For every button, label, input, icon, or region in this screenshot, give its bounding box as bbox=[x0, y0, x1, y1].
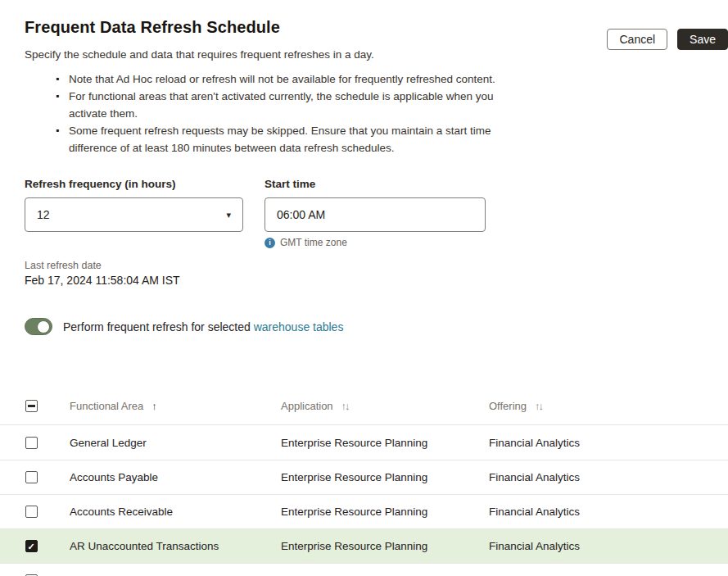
application-cell: Enterprise Resource Planning bbox=[265, 437, 473, 449]
column-label: Offering bbox=[489, 400, 527, 412]
table-body: General Ledger Enterprise Resource Plann… bbox=[0, 425, 728, 576]
table-row[interactable]: General Ledger Enterprise Resource Plann… bbox=[0, 425, 728, 460]
start-time-field: Start time i GMT time zone bbox=[265, 178, 486, 248]
column-header-functional-area[interactable]: Functional Area ↑ bbox=[53, 400, 265, 412]
table-row[interactable]: Accounts Receivable Enterprise Resource … bbox=[0, 494, 728, 528]
sort-both-icon[interactable]: ↑↓ bbox=[535, 400, 542, 412]
frequent-data-refresh-page: Cancel Save Frequent Data Refresh Schedu… bbox=[0, 18, 728, 576]
save-button[interactable]: Save bbox=[677, 29, 728, 50]
warehouse-tables-link[interactable]: warehouse tables bbox=[254, 320, 344, 333]
schedule-form: Refresh frequency (in hours) 12 ▾ Start … bbox=[25, 178, 728, 248]
header-actions: Cancel Save bbox=[607, 29, 728, 50]
application-cell: Enterprise Resource Planning bbox=[265, 540, 473, 552]
start-time-label: Start time bbox=[265, 178, 486, 190]
table-row[interactable]: Accounts Payable Enterprise Resource Pla… bbox=[0, 460, 728, 494]
refresh-frequency-select[interactable]: 12 ▾ bbox=[25, 197, 243, 232]
offering-cell: Financial Analytics bbox=[473, 437, 728, 449]
offering-cell: Financial Analytics bbox=[473, 540, 728, 552]
application-cell: Enterprise Resource Planning bbox=[265, 506, 473, 518]
table-row[interactable]: Sales Pipeline Customer Experience Custo… bbox=[0, 563, 728, 576]
frequent-refresh-toggle-row: Perform frequent refresh for selected wa… bbox=[25, 318, 728, 335]
offering-cell: Financial Analytics bbox=[473, 471, 728, 483]
info-icon: i bbox=[265, 238, 275, 248]
row-checkbox[interactable] bbox=[25, 437, 38, 449]
note-item: For functional areas that aren't activat… bbox=[56, 88, 527, 122]
toggle-knob bbox=[37, 320, 50, 333]
select-all-checkbox[interactable] bbox=[25, 400, 38, 412]
refresh-frequency-field: Refresh frequency (in hours) 12 ▾ bbox=[25, 178, 243, 248]
cancel-button[interactable]: Cancel bbox=[607, 29, 667, 50]
row-checkbox[interactable] bbox=[25, 471, 38, 483]
column-label: Functional Area bbox=[70, 400, 143, 412]
page-description: Specify the schedule and data that requi… bbox=[25, 48, 728, 61]
toggle-label-text: Perform frequent refresh for selected bbox=[63, 320, 251, 333]
sort-both-icon[interactable]: ↑↓ bbox=[341, 400, 349, 412]
refresh-frequency-value: 12 bbox=[37, 208, 50, 221]
application-cell: Enterprise Resource Planning bbox=[265, 471, 473, 483]
last-refresh-section: Last refresh date Feb 17, 2024 11:58:04 … bbox=[25, 260, 728, 287]
frequent-refresh-toggle[interactable] bbox=[25, 318, 52, 335]
select-all-cell bbox=[0, 400, 53, 412]
functional-area-cell: Accounts Receivable bbox=[53, 506, 265, 518]
notes-list: Note that Ad Hoc reload or refresh will … bbox=[25, 70, 728, 156]
functional-area-cell: AR Unaccounted Transactions bbox=[53, 540, 265, 552]
last-refresh-value: Feb 17, 2024 11:58:04 AM IST bbox=[25, 274, 728, 287]
chevron-down-icon: ▾ bbox=[226, 210, 231, 220]
timezone-hint-text: GMT time zone bbox=[280, 237, 347, 248]
note-item: Some frequent refresh requests may be sk… bbox=[56, 122, 527, 156]
table-row[interactable]: AR Unaccounted Transactions Enterprise R… bbox=[0, 528, 728, 563]
toggle-label: Perform frequent refresh for selected wa… bbox=[63, 320, 343, 333]
functional-areas-table: Functional Area ↑ Application ↑↓ Offerin… bbox=[0, 388, 728, 576]
functional-area-cell: General Ledger bbox=[53, 437, 265, 449]
last-refresh-label: Last refresh date bbox=[25, 260, 728, 271]
row-checkbox[interactable] bbox=[25, 506, 38, 518]
table-header-row: Functional Area ↑ Application ↑↓ Offerin… bbox=[0, 388, 728, 425]
row-checkbox[interactable] bbox=[25, 540, 38, 552]
start-time-input[interactable] bbox=[265, 197, 486, 232]
column-label: Application bbox=[281, 400, 333, 412]
column-header-application[interactable]: Application ↑↓ bbox=[265, 400, 473, 412]
note-item: Note that Ad Hoc reload or refresh will … bbox=[56, 70, 527, 88]
functional-area-cell: Accounts Payable bbox=[53, 471, 265, 483]
timezone-hint: i GMT time zone bbox=[265, 237, 486, 248]
sort-asc-icon[interactable]: ↑ bbox=[151, 400, 157, 412]
column-header-offering[interactable]: Offering ↑↓ bbox=[473, 400, 728, 412]
refresh-frequency-label: Refresh frequency (in hours) bbox=[25, 178, 243, 190]
offering-cell: Financial Analytics bbox=[473, 506, 728, 518]
